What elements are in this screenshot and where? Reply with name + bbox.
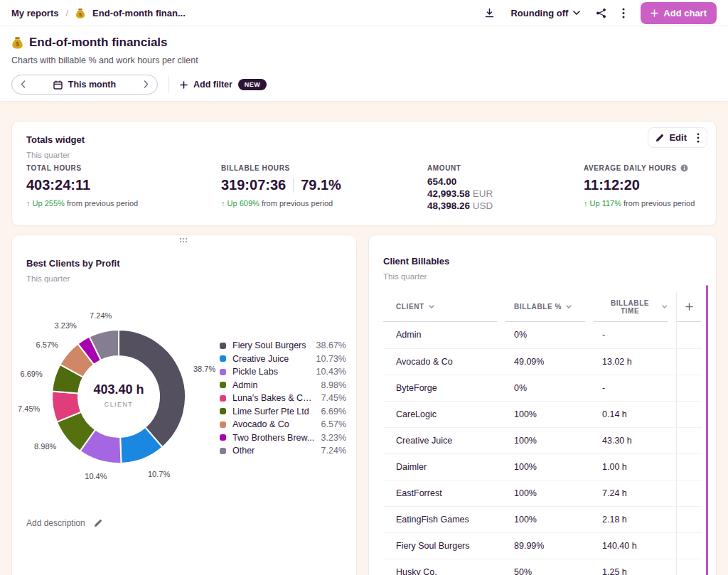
row-actions (676, 322, 702, 348)
divider (168, 76, 169, 93)
donut-slice-label: 10.4% (85, 472, 107, 480)
legend-item-creative-juice[interactable]: Creative Juice10.73% (220, 353, 346, 366)
client-billables-widget: Client Billables This quarter CLIENT BIL… (368, 235, 717, 575)
kebab-menu-icon[interactable] (697, 133, 700, 143)
table-body: Admin0%-Avocado & Co49.09%13.02 hByteFor… (383, 322, 702, 575)
legend-item-avocado-co[interactable]: Avocado & Co6.57% (220, 418, 346, 431)
column-label: BILLABLE TIME (602, 299, 658, 315)
download-icon[interactable] (484, 8, 495, 18)
stat-label: BILLABLE HOURS (221, 164, 427, 172)
add-description-button[interactable]: Add description (26, 518, 102, 528)
legend-label: Luna's Bakes & Ca... (232, 393, 315, 403)
filter-row: This month Add filter NEW (11, 75, 717, 95)
client-name: EatingFish Games (383, 506, 505, 532)
table-row-husky-co[interactable]: Husky Co.50%1.25 h (383, 559, 702, 575)
legend-value: 38.67% (316, 340, 346, 350)
table-row-byteforge[interactable]: ByteForge0%- (383, 375, 702, 401)
column-label: CLIENT (396, 303, 424, 311)
date-range-picker[interactable]: This month (11, 75, 158, 95)
donut-slice-label: 3.23% (55, 321, 77, 330)
widget-toolbar: Edit (648, 127, 707, 148)
add-column-button[interactable] (677, 292, 702, 322)
breadcrumb: My reports / $ End-of-month finan... (11, 8, 186, 18)
chevron-right-icon[interactable] (144, 80, 149, 90)
date-filter-label: This month (68, 80, 116, 90)
delta-suffix: from previous period (67, 199, 138, 208)
delta-value: Up 255% (33, 199, 65, 208)
table-row-eastforrest[interactable]: EastForrest100%7.24 h (383, 480, 702, 506)
delta-value: Up 117% (590, 199, 621, 208)
delta-value: Up 609% (228, 199, 259, 208)
stat-total-hours: TOTAL HOURS 403:24:11 ↑ Up 255% from pre… (26, 164, 221, 212)
billable-percent-value: 79.1% (301, 177, 341, 193)
client-name: ByteForge (383, 375, 505, 401)
row-actions (676, 480, 702, 506)
page-subtitle: Charts with billable % and work hours pe… (11, 55, 717, 65)
legend-item-two-brothers-brew[interactable]: Two Brothers Brew...3.23% (220, 431, 346, 445)
topbar: My reports / $ End-of-month finan... Rou… (0, 0, 728, 26)
breadcrumb-my-reports[interactable]: My reports (11, 8, 58, 18)
chevron-left-icon[interactable] (21, 80, 26, 90)
legend-value: 6.69% (321, 407, 346, 417)
info-icon[interactable] (680, 164, 688, 172)
add-chart-button[interactable]: Add chart (641, 2, 717, 24)
widget-period: This quarter (26, 274, 342, 283)
donut-slice-label: 10.7% (148, 470, 170, 478)
client-name: Avocado & Co (383, 348, 505, 375)
column-header-billable-pct[interactable]: BILLABLE % (505, 292, 585, 322)
best-clients-widget: Best Clients by Profit This quarter 38.7… (11, 235, 357, 575)
totals-widget: Totals widget This quarter Edit TOTAL HO… (11, 121, 717, 226)
billable-percent: 89.99% (505, 532, 594, 559)
billable-time: 140.40 h (594, 532, 676, 559)
kebab-menu-icon[interactable] (622, 8, 625, 18)
table-row-daimler[interactable]: Daimler100%1.00 h (383, 453, 702, 480)
column-header-billable-time[interactable]: BILLABLE TIME (594, 292, 668, 322)
table-row-fiery-soul-burgers[interactable]: Fiery Soul Burgers89.99%140.40 h (383, 532, 702, 559)
share-icon[interactable] (596, 8, 606, 18)
amount-value: 654.00 (427, 176, 456, 187)
rounding-dropdown[interactable]: Rounding off (510, 8, 580, 18)
column-header-client[interactable]: CLIENT (383, 292, 497, 322)
topbar-actions: Rounding off Add chart (484, 2, 717, 24)
stat-value: 319:07:36 79.1% (221, 177, 427, 193)
legend-value: 6.57% (321, 419, 346, 429)
legend-item-other[interactable]: Other7.24% (220, 444, 346, 458)
row-actions (676, 453, 702, 480)
stat-value: 11:12:20 (584, 177, 702, 193)
legend-item-luna-s-bakes-ca[interactable]: Luna's Bakes & Ca...7.45% (220, 392, 346, 405)
add-description-label: Add description (26, 518, 85, 528)
legend-color-dot (220, 395, 226, 402)
legend-label: Admin (232, 380, 257, 390)
billable-time: 7.24 h (594, 480, 676, 506)
stat-delta: ↑ Up 117% from previous period (584, 199, 702, 208)
table-row-carelogic[interactable]: CareLogic100%0.14 h (383, 401, 702, 427)
delta-suffix: from previous period (623, 199, 695, 208)
delta-suffix: from previous period (262, 199, 333, 208)
edit-button[interactable]: Edit (655, 132, 687, 143)
table-scrollbar[interactable] (706, 285, 708, 575)
legend-item-lime-surfer-pte-ltd[interactable]: Lime Surfer Pte Ltd6.69% (220, 405, 346, 419)
billable-time: 2.18 h (594, 506, 676, 532)
legend-color-dot (220, 421, 226, 428)
legend-item-pickle-labs[interactable]: Pickle Labs10.43% (220, 365, 346, 379)
table-row-creative-juice[interactable]: Creative Juice100%43.30 h (383, 427, 702, 453)
add-filter-button[interactable]: Add filter NEW (180, 79, 267, 90)
stat-value: 403:24:11 (26, 177, 221, 193)
row-actions (676, 348, 702, 375)
sort-chevron-icon (429, 305, 434, 308)
sort-chevron-icon (566, 305, 572, 308)
table-row-admin[interactable]: Admin0%- (383, 322, 702, 348)
client-name: Creative Juice (383, 427, 505, 453)
donut-legend: Fiery Soul Burgers38.67%Creative Juice10… (220, 339, 346, 458)
legend-item-admin[interactable]: Admin8.98% (220, 379, 346, 392)
legend-value: 3.23% (321, 433, 346, 443)
table-row-eatingfish-games[interactable]: EatingFish Games100%2.18 h (383, 506, 702, 532)
drag-handle-icon[interactable] (180, 238, 188, 244)
stat-average-daily-hours: AVERAGE DAILY HOURS 11:12:20 ↑ Up 117% f… (584, 164, 702, 212)
table-row-avocado-co[interactable]: Avocado & Co49.09%13.02 h (383, 348, 702, 375)
row-actions (676, 401, 702, 427)
legend-item-fiery-soul-burgers[interactable]: Fiery Soul Burgers38.67% (220, 339, 346, 353)
divider (293, 178, 294, 193)
pencil-icon (94, 519, 102, 527)
client-billables-table: CLIENT BILLABLE % BILLABLE TIME Admin0%-… (383, 292, 702, 575)
